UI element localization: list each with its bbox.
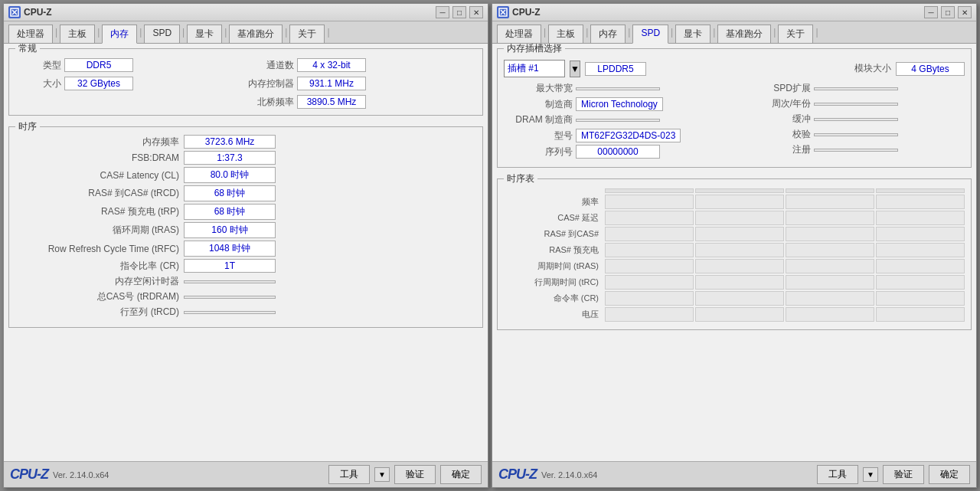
timing-value-10 <box>184 311 276 314</box>
northbridge-label: 北桥频率 <box>248 96 294 109</box>
right-tab-memory[interactable]: 内存 <box>590 25 626 43</box>
week-year-value <box>814 103 898 106</box>
timing-cell-2-1 <box>695 227 784 241</box>
right-tools-btn[interactable]: 工具 <box>817 465 858 484</box>
timing-table-rows: 频率 CAS# 延迟 RAS# 到CAS# RAS# 预充电 周期时间 (tRA… <box>504 195 965 322</box>
timing-cell-3-0 <box>605 243 694 257</box>
timing-label-0: 内存频率 <box>15 136 184 149</box>
left-tools-dropdown[interactable]: ▼ <box>374 467 390 482</box>
left-minimize-btn[interactable]: ─ <box>436 6 449 18</box>
left-tools-btn[interactable]: 工具 <box>328 465 370 484</box>
left-ok-btn[interactable]: 确定 <box>440 465 482 484</box>
slot-type-value: LPDDR5 <box>585 62 646 76</box>
type-value: DDR5 <box>64 58 133 72</box>
timing-cell-0-3 <box>876 195 965 209</box>
timing-cell-5-1 <box>695 275 784 290</box>
slot-group: 内存插槽选择 插槽 #1 ▼ LPDDR5 模块大小 4 GBytes 最大带宽 <box>497 48 972 168</box>
timing-value-8 <box>184 280 276 283</box>
timing-row-3: RAS# 到CAS# (tRCD) 68 时钟 <box>15 185 476 201</box>
left-maximize-btn[interactable]: □ <box>452 6 466 18</box>
timing-label-6: Row Refresh Cycle Time (tRFC) <box>15 244 184 254</box>
right-tab-gpu[interactable]: 显卡 <box>675 25 710 43</box>
timing-cell-7-0 <box>605 307 694 322</box>
timing-table-row-6: 命令率 (CR) <box>504 291 965 306</box>
timing-row-0: 内存频率 3723.6 MHz <box>15 135 476 149</box>
timing-table-row-7: 电压 <box>504 307 965 322</box>
right-maximize-btn[interactable]: □ <box>941 6 955 18</box>
timing-cell-0-2 <box>786 195 874 209</box>
right-tools-dropdown[interactable]: ▼ <box>863 467 878 482</box>
timing-row-label-6: 命令率 (CR) <box>504 291 603 306</box>
slot-select[interactable]: 插槽 #1 <box>504 60 565 77</box>
timing-row-label-4: 周期时间 (tRAS) <box>504 259 603 273</box>
left-tab-mainboard[interactable]: 主板 <box>60 25 95 43</box>
timing-cell-3-3 <box>876 243 965 257</box>
left-tab-about[interactable]: 关于 <box>289 25 325 43</box>
slot-selection-row: 插槽 #1 ▼ LPDDR5 模块大小 4 GBytes <box>504 60 965 77</box>
right-title: CPU-Z <box>512 7 921 18</box>
register-value <box>814 149 898 152</box>
timing-cell-3-1 <box>695 243 784 257</box>
right-minimize-btn[interactable]: ─ <box>924 6 938 18</box>
left-tab-memory[interactable]: 内存 <box>102 25 137 44</box>
right-app-icon <box>497 6 509 18</box>
left-titlebar: CPU-Z ─ □ ✕ <box>4 4 488 21</box>
timing-label-8: 内存空闲计时器 <box>15 275 184 288</box>
left-title: CPU-Z <box>24 7 433 18</box>
spd-row-register: 注册 <box>742 143 965 156</box>
timing-group-title: 时序 <box>15 120 40 133</box>
timing-cell-4-3 <box>876 259 965 273</box>
timing-value-3: 68 时钟 <box>184 185 276 201</box>
timing-cell-4-0 <box>605 259 694 273</box>
left-close-btn[interactable]: ✕ <box>469 6 483 18</box>
model-value: MT62F2G32D4DS-023 <box>576 129 681 142</box>
left-tab-gpu[interactable]: 显卡 <box>187 25 222 43</box>
timing-row-label-0: 频率 <box>504 195 603 209</box>
timing-label-3: RAS# 到CAS# (tRCD) <box>15 187 184 200</box>
timing-cell-4-1 <box>695 259 784 273</box>
spd-ext-label: SPD扩展 <box>742 82 811 95</box>
timing-cell-5-0 <box>605 275 694 290</box>
right-close-btn[interactable]: ✕ <box>958 6 972 18</box>
timing-row-4: RAS# 预充电 (tRP) 68 时钟 <box>15 204 476 220</box>
th-1 <box>605 188 694 193</box>
spd-row-dram-manufacturer: DRAM 制造商 <box>504 113 727 126</box>
timing-cell-6-3 <box>876 291 965 306</box>
timing-table-row-4: 周期时间 (tRAS) <box>504 259 965 273</box>
timing-row-label-1: CAS# 延迟 <box>504 211 603 225</box>
right-verify-btn[interactable]: 验证 <box>883 465 924 484</box>
timing-cell-7-2 <box>786 307 874 322</box>
left-tab-spd[interactable]: SPD <box>144 25 180 43</box>
register-label: 注册 <box>742 143 811 156</box>
right-tab-benchmark[interactable]: 基准跑分 <box>717 25 771 43</box>
timing-row-8: 内存空闲计时器 <box>15 275 476 288</box>
timing-label-10: 行至列 (tRCD) <box>15 306 184 319</box>
spd-row-model: 型号 MT62F2G32D4DS-023 <box>504 129 727 142</box>
left-verify-btn[interactable]: 验证 <box>394 465 436 484</box>
left-tabs: 处理器 | 主板 | 内存 | SPD | 显卡 | 基准跑分 | 关于 | <box>4 21 488 44</box>
left-tab-benchmark[interactable]: 基准跑分 <box>229 25 283 43</box>
timing-cell-1-3 <box>876 211 965 225</box>
right-tab-spd[interactable]: SPD <box>632 25 668 44</box>
slot-dropdown-btn[interactable]: ▼ <box>570 61 580 77</box>
general-group-title: 常规 <box>15 44 40 55</box>
right-tab-about[interactable]: 关于 <box>778 25 813 43</box>
bandwidth-label: 最大带宽 <box>504 82 573 95</box>
timing-cell-6-0 <box>605 291 694 306</box>
spd-info-right: SPD扩展 周次/年份 缓冲 校验 <box>742 82 965 161</box>
right-tab-mainboard[interactable]: 主板 <box>548 25 583 43</box>
timing-cell-2-3 <box>876 227 965 241</box>
right-window: CPU-Z ─ □ ✕ 处理器 | 主板 | 内存 | SPD | 显卡 | 基… <box>492 3 977 488</box>
timing-cell-1-1 <box>695 211 784 225</box>
size-row: 大小 32 GBytes <box>15 77 243 90</box>
timing-value-9 <box>184 296 276 299</box>
right-footer: CPU-Z Ver. 2.14.0.x64 工具 ▼ 验证 确定 <box>492 461 976 487</box>
left-tab-processor[interactable]: 处理器 <box>8 25 53 43</box>
right-ok-btn[interactable]: 确定 <box>929 465 970 484</box>
left-window: CPU-Z ─ □ ✕ 处理器 | 主板 | 内存 | SPD | 显卡 | 基… <box>3 3 488 488</box>
northbridge-row: 北桥频率 3890.5 MHz <box>248 95 476 109</box>
checksum-label: 校验 <box>742 128 811 141</box>
right-tab-processor[interactable]: 处理器 <box>497 25 541 43</box>
spd-row-spd-ext: SPD扩展 <box>742 82 965 95</box>
channels-label: 通道数 <box>248 59 294 72</box>
